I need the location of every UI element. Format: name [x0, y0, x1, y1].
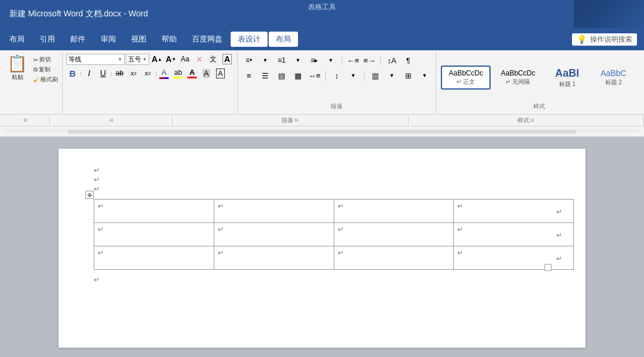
- style-heading1[interactable]: AaBl 标题 1: [545, 64, 589, 91]
- table-cell[interactable]: ↵: [94, 223, 214, 246]
- borders-button[interactable]: ⊞: [400, 69, 416, 82]
- menu-view[interactable]: 视图: [124, 32, 153, 47]
- menu-table-layout[interactable]: 布局: [269, 32, 298, 47]
- font-name-selector[interactable]: 等线 ▼: [66, 54, 125, 65]
- paragraph-section: ≡• ▼ ≡1 ▼ ≡▸ ▼ | ←≡ ≡→ | ↕A ¶ ≡: [238, 52, 436, 113]
- align-right-button[interactable]: ▤: [274, 69, 289, 82]
- shrink-font-button[interactable]: A▼: [165, 53, 177, 66]
- strikethrough-button[interactable]: ab: [113, 67, 126, 80]
- borders-arrow[interactable]: ▼: [417, 69, 432, 82]
- decrease-indent-button[interactable]: ←≡: [345, 54, 361, 67]
- superscript-button[interactable]: x2: [141, 67, 154, 80]
- bold-button[interactable]: B: [66, 67, 79, 80]
- table-tools-label: 表格工具: [308, 0, 336, 12]
- styles-expand-icon[interactable]: ⊟: [530, 118, 535, 123]
- table-cell[interactable]: ↵: [94, 200, 214, 223]
- paste-button[interactable]: 📋 粘贴: [5, 53, 30, 83]
- shading-button[interactable]: ▥: [368, 69, 383, 82]
- enlarge-font-button[interactable]: A▲: [150, 53, 163, 66]
- line-spacing-button[interactable]: ↕: [329, 69, 344, 82]
- search-box[interactable]: 💡 操作说明搜索: [572, 33, 637, 46]
- align-left-button[interactable]: ≡: [241, 69, 256, 82]
- font-size-selector[interactable]: 五号 ▼: [126, 54, 149, 65]
- ribbon-content: 📋 粘贴 ✂ 剪切 ⧉ 复制 🖌 格式刷: [0, 50, 644, 114]
- numbering-button[interactable]: ≡1: [274, 54, 289, 67]
- table-resize-handle[interactable]: [544, 264, 551, 271]
- table-row: ↵ ↵ ↵ ↵: [94, 246, 574, 270]
- align-center-icon: ☰: [262, 71, 269, 80]
- style-normal-preview: AaBbCcDc: [448, 69, 483, 77]
- font-color-button[interactable]: A: [186, 67, 198, 80]
- menu-references[interactable]: 引用: [33, 32, 62, 47]
- increase-indent-button[interactable]: ≡→: [362, 54, 377, 67]
- distribute-button[interactable]: ↔≡: [307, 69, 322, 82]
- show-marks-button[interactable]: ¶: [400, 54, 416, 67]
- table-move-handle[interactable]: ✥: [85, 191, 94, 199]
- subscript-button[interactable]: x2: [127, 67, 140, 80]
- line-spacing-arrow[interactable]: ▼: [345, 69, 361, 82]
- table-cell[interactable]: ↵: [454, 200, 574, 223]
- table-cell[interactable]: ↵: [454, 223, 574, 246]
- justify-button[interactable]: ▦: [290, 69, 306, 82]
- char-shading-button[interactable]: A: [200, 67, 213, 80]
- style-normal[interactable]: AaBbCcDc ↵ 正文: [441, 66, 491, 90]
- shading-arrow[interactable]: ▼: [384, 69, 399, 82]
- multilevel-button[interactable]: ≡▸: [307, 54, 322, 67]
- copy-button[interactable]: ⧉ 复制: [32, 65, 60, 74]
- clipboard-expand-icon[interactable]: ⊟: [23, 118, 28, 123]
- format-painter-icon: 🖌: [33, 77, 39, 83]
- underline-button[interactable]: U: [97, 67, 109, 80]
- text-effects-button[interactable]: A: [157, 67, 170, 80]
- ribbon: 📋 粘贴 ✂ 剪切 ⧉ 复制 🖌 格式刷: [0, 50, 644, 126]
- font-expand-icon[interactable]: ⊟: [109, 118, 114, 123]
- menu-baidu[interactable]: 百度网盘: [185, 32, 229, 47]
- table-cell[interactable]: ↵: [214, 200, 334, 223]
- table-cell[interactable]: ↵: [334, 200, 454, 223]
- phonetic-button[interactable]: 文: [207, 53, 220, 66]
- para-after-table: ↵: [94, 272, 550, 284]
- title-text: 新建 Microsoft Word 文档.docx - Word: [9, 9, 148, 19]
- table-cell[interactable]: ↵: [334, 223, 454, 246]
- styles-section: AaBbCcDc ↵ 正文 AaBbCcDc ↵ 无间隔 AaBl 标题 1 A…: [436, 52, 642, 113]
- paragraph-expand-icon[interactable]: ⊟: [294, 118, 299, 123]
- menu-help[interactable]: 帮助: [155, 32, 184, 47]
- table-cell[interactable]: ↵: [454, 246, 574, 270]
- font-color-icon: A: [187, 68, 197, 78]
- char-shading-icon: A: [203, 69, 210, 78]
- font-label-section: ⊟: [50, 115, 173, 126]
- document-area: ↵ ↵ ↵ ✥ ↵ ↵: [0, 137, 644, 357]
- change-case-button[interactable]: Aa: [179, 53, 191, 66]
- table-cell[interactable]: ↵: [214, 246, 334, 270]
- sort-button[interactable]: ↕A: [384, 54, 399, 67]
- table-cell[interactable]: ↵: [334, 246, 454, 270]
- styles-label-section: 样式 ⊟: [409, 115, 645, 126]
- cut-button[interactable]: ✂ 剪切: [32, 55, 60, 64]
- menu-layout[interactable]: 布局: [2, 32, 32, 47]
- char-border-icon: A: [216, 68, 225, 78]
- eraser-icon: ✕: [196, 55, 203, 64]
- text-box-button[interactable]: A: [221, 53, 234, 66]
- bullets-arrow[interactable]: ▼: [258, 54, 273, 67]
- menu-mailings[interactable]: 邮件: [63, 32, 93, 47]
- paste-icon: 📋: [7, 54, 28, 73]
- menu-table-design[interactable]: 表设计: [231, 32, 268, 47]
- bullets-button[interactable]: ≡•: [241, 54, 256, 67]
- style-no-spacing[interactable]: AaBbCcDc ↵ 无间隔: [493, 66, 543, 89]
- highlight-color-button[interactable]: ab: [172, 67, 184, 80]
- separator-2: |: [155, 71, 156, 76]
- align-center-button[interactable]: ☰: [258, 69, 273, 82]
- char-border-button[interactable]: A: [214, 67, 227, 80]
- table-cell[interactable]: ↵: [214, 223, 334, 246]
- italic-button[interactable]: I: [83, 67, 95, 80]
- outside-marks: ↵ ↵ ↵: [556, 200, 562, 270]
- table-row: ↵ ↵ ↵ ↵: [94, 223, 574, 246]
- menu-review[interactable]: 审阅: [94, 32, 123, 47]
- style-heading2-preview: AaBbC: [601, 68, 626, 78]
- ruler: [0, 126, 644, 137]
- clear-format-button[interactable]: ✕: [193, 53, 205, 66]
- multilevel-arrow[interactable]: ▼: [323, 54, 338, 67]
- table-cell[interactable]: ↵: [94, 246, 214, 270]
- numbering-arrow[interactable]: ▼: [290, 54, 306, 67]
- style-heading2[interactable]: AaBbC 标题 2: [591, 66, 635, 90]
- format-painter-button[interactable]: 🖌 格式刷: [32, 75, 60, 84]
